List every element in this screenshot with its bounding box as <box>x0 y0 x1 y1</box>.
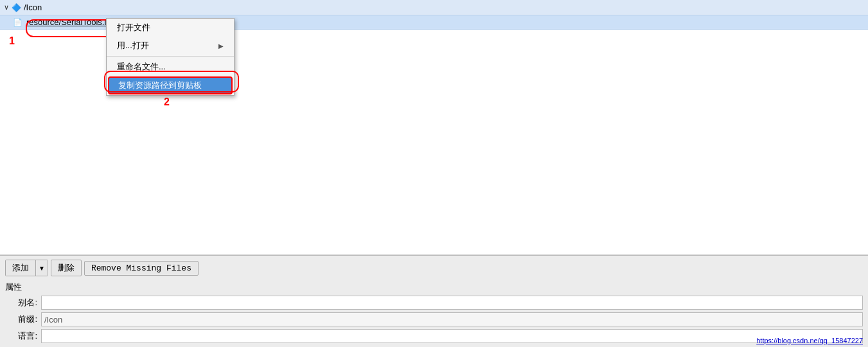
language-input[interactable] <box>41 329 863 343</box>
alias-row: 别名: <box>5 296 863 310</box>
prefix-value: /Icon <box>41 312 863 326</box>
properties-title: 属性 <box>5 281 863 293</box>
toolbar-row: 添加 ▼ 删除 Remove Missing Files <box>5 260 863 276</box>
footer-link[interactable]: https://blog.csdn.ne/qq_15847227 <box>756 337 863 344</box>
context-menu-item-copy-path[interactable]: 复制资源路径到剪贴板 <box>108 76 233 94</box>
language-label: 语言: <box>5 330 37 342</box>
prefix-label: 前缀: <box>5 314 37 325</box>
alias-input[interactable] <box>41 296 863 310</box>
annotation-number-2: 2 <box>164 96 170 108</box>
tree-header-label: /Icon <box>24 3 42 12</box>
tree-expand-arrow[interactable]: ∨ <box>4 3 9 12</box>
submenu-arrow-icon: ▶ <box>218 42 224 49</box>
add-button-group: 添加 ▼ <box>5 260 48 276</box>
bottom-panel: 添加 ▼ 删除 Remove Missing Files 属性 别名: 前缀: … <box>0 255 868 347</box>
context-menu: 打开文件 用...打开 ▶ 重命名文件... 复制资源路径到剪贴板 <box>106 18 235 96</box>
tree-folder-icon: 🔷 <box>12 3 21 12</box>
context-menu-item-open-file[interactable]: 打开文件 <box>107 19 234 37</box>
tree-header: ∨ 🔷 /Icon <box>0 0 868 15</box>
tree-file-item: 📄 resource/SerialTools.ico <box>13 17 115 27</box>
language-row: 语言: <box>5 329 863 343</box>
context-menu-item-rename[interactable]: 重命名文件... <box>107 58 234 76</box>
remove-missing-button[interactable]: Remove Missing Files <box>84 261 199 276</box>
prefix-row: 前缀: /Icon <box>5 312 863 326</box>
annotation-number-1: 1 <box>9 35 15 47</box>
delete-button[interactable]: 删除 <box>51 260 82 276</box>
context-menu-separator <box>107 56 234 57</box>
alias-label: 别名: <box>5 297 37 308</box>
context-menu-item-open-with[interactable]: 用...打开 ▶ <box>107 37 234 55</box>
file-tree-area: ∨ 🔷 /Icon 📄 resource/SerialTools.ico 1 打… <box>0 0 868 255</box>
file-icon: 📄 <box>13 18 22 27</box>
add-button[interactable]: 添加 <box>6 260 35 276</box>
file-name: resource/SerialTools.ico <box>26 17 115 27</box>
add-dropdown-button[interactable]: ▼ <box>35 260 48 276</box>
properties-section: 属性 别名: 前缀: /Icon 语言: <box>5 281 863 343</box>
